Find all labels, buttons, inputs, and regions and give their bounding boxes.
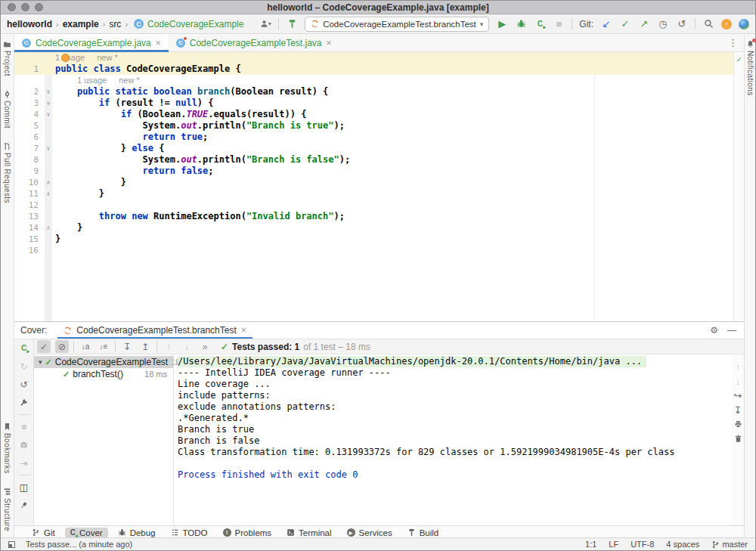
- toolwindow-debug[interactable]: Debug: [113, 528, 161, 538]
- settings-gear-icon[interactable]: ⚙: [710, 325, 718, 336]
- sidebar-item-commit[interactable]: Commit: [3, 90, 11, 128]
- ide-window: helloworld – CodeCoverageExample.java [e…: [0, 0, 756, 551]
- layout-settings-icon[interactable]: ◫: [17, 481, 31, 494]
- tab-overflow-menu-icon[interactable]: ⋮: [722, 34, 744, 51]
- gutter-row: 3∨: [14, 98, 52, 109]
- run-console[interactable]: /Users/lee/Library/Java/JavaVirtualMachi…: [173, 354, 732, 525]
- git-update-button[interactable]: ↙: [600, 17, 612, 31]
- breadcrumb-item-class[interactable]: CodeCoverageExample: [147, 19, 243, 29]
- import-test-results-icon[interactable]: ⇥: [17, 457, 31, 469]
- toolwindow-git[interactable]: Git: [26, 528, 60, 538]
- thread-dump-camera-icon[interactable]: [17, 438, 31, 451]
- fold-marker-icon[interactable]: ∧: [45, 177, 52, 188]
- sort-by-duration-icon[interactable]: ↓≡: [97, 340, 110, 353]
- breadcrumb-item-module[interactable]: example: [63, 19, 99, 29]
- up-the-stack-trace-icon[interactable]: ↑: [732, 362, 744, 372]
- fold-marker-icon[interactable]: ∧: [45, 222, 52, 234]
- sidebar-item-bookmarks[interactable]: Bookmarks: [3, 423, 11, 474]
- test-tree-row[interactable]: ▾✓CodeCoverageExampleTest18ms: [34, 356, 173, 368]
- tab-codecoverageexample[interactable]: C CodeCoverageExample.java ×: [14, 34, 169, 51]
- run-configuration-select[interactable]: CodeCoverageExampleTest.branchTest ▾: [305, 17, 489, 32]
- caret-position[interactable]: 1:1: [585, 540, 596, 549]
- build-hammer-button[interactable]: [286, 17, 298, 31]
- close-tab-icon[interactable]: ×: [156, 38, 161, 48]
- git-push-button[interactable]: ↗: [638, 17, 650, 31]
- sidebar-item-project[interactable]: Project: [3, 40, 11, 76]
- soft-wrap-icon[interactable]: ↪: [732, 391, 744, 401]
- rerun-coverage-button[interactable]: C: [17, 342, 31, 354]
- collapse-all-icon[interactable]: ↥: [138, 340, 152, 353]
- toggle-auto-test-icon[interactable]: ↺: [17, 378, 31, 391]
- breadcrumb-item-project[interactable]: helloworld: [7, 19, 52, 29]
- test-tree[interactable]: ▾✓CodeCoverageExampleTest18ms✓branchTest…: [34, 354, 173, 525]
- stop-process-icon[interactable]: ■: [17, 420, 31, 433]
- sidebar-item-notifications[interactable]: Notifications: [746, 40, 754, 96]
- minimize-panel-icon[interactable]: —: [727, 325, 736, 336]
- fold-marker-icon[interactable]: ∨: [45, 98, 52, 109]
- git-commit-button[interactable]: ✓: [619, 17, 631, 31]
- test-passed-icon: ✓: [45, 358, 52, 367]
- more-actions-icon[interactable]: »: [198, 340, 212, 353]
- update-available-icon[interactable]: ↑: [721, 19, 732, 29]
- tree-chevron-icon[interactable]: ▾: [39, 358, 42, 366]
- fold-marker-icon[interactable]: ∨: [45, 143, 52, 154]
- line-number: 15: [14, 234, 45, 244]
- git-rollback-button[interactable]: ↺: [676, 17, 688, 31]
- close-tab-icon[interactable]: ×: [327, 38, 332, 48]
- file-encoding[interactable]: UTF-8: [631, 540, 654, 549]
- code-editor[interactable]: 12∨3∨4∨567∨8910∧11∧121314∧1516 1 usagene…: [14, 52, 744, 321]
- previous-occurrence-icon[interactable]: ↑: [162, 340, 175, 353]
- scroll-to-end-icon[interactable]: ↧: [732, 405, 744, 415]
- toolwindow-terminal[interactable]: Terminal: [281, 528, 336, 538]
- breadcrumb-item-src[interactable]: src: [109, 19, 121, 29]
- toolwindow-services[interactable]: ▶ Services: [342, 528, 398, 538]
- tab-codecoverageexampletest[interactable]: C CodeCoverageExampleTest.java ×: [169, 34, 339, 51]
- show-passed-icon[interactable]: ✓: [37, 340, 51, 353]
- toolwindow-problems[interactable]: ! Problems: [218, 528, 277, 538]
- toolwindow-build[interactable]: Build: [402, 528, 445, 538]
- line-separator[interactable]: LF: [609, 540, 618, 549]
- git-history-button[interactable]: ◷: [657, 17, 669, 31]
- editor-scrollbar-column[interactable]: ✓: [733, 52, 744, 321]
- close-tab-icon[interactable]: ×: [241, 325, 246, 336]
- inspections-ok-icon[interactable]: ✓: [736, 54, 742, 64]
- vcs-status-hint[interactable]: new *: [97, 52, 118, 63]
- status-message[interactable]: Tests passe... (a minute ago): [26, 540, 132, 549]
- stop-button[interactable]: ■: [553, 17, 565, 31]
- next-occurrence-icon[interactable]: ↓: [180, 340, 194, 353]
- code-line: [52, 200, 733, 211]
- test-tree-row[interactable]: ✓branchTest()18 ms: [34, 368, 173, 380]
- vcs-status-hint[interactable]: new *: [119, 75, 140, 86]
- clear-all-icon[interactable]: [732, 434, 744, 444]
- gutter-row: 8: [14, 154, 52, 166]
- git-branch-widget[interactable]: master: [711, 540, 748, 549]
- sidebar-item-structure[interactable]: Structure: [3, 488, 11, 531]
- debug-button[interactable]: [515, 17, 527, 31]
- rerun-failed-tests-icon[interactable]: ↻: [17, 360, 31, 373]
- toolwindow-todo[interactable]: TODO: [166, 528, 213, 538]
- expand-all-icon[interactable]: ↧: [120, 340, 134, 353]
- sidebar-item-pull-requests[interactable]: Pull Requests: [3, 142, 11, 203]
- show-ignored-icon[interactable]: ⊘: [55, 340, 69, 353]
- indent-style[interactable]: 4 spaces: [666, 540, 699, 549]
- pin-tab-icon[interactable]: [17, 499, 31, 512]
- fold-marker-icon[interactable]: ∧: [45, 188, 52, 200]
- fold-marker-icon[interactable]: ∨: [45, 86, 52, 98]
- cover-tab[interactable]: CodeCoverageExampleTest.branchTest ×: [57, 322, 252, 339]
- sort-alphabetically-icon[interactable]: ↓a: [79, 340, 92, 353]
- toolwindow-toggle-icon[interactable]: [8, 541, 15, 548]
- print-icon[interactable]: [732, 419, 744, 429]
- intention-bulb-icon[interactable]: [61, 54, 70, 62]
- code-with-me-icon[interactable]: [739, 19, 749, 29]
- down-the-stack-trace-icon[interactable]: ↓: [732, 376, 744, 386]
- test-settings-wrench-icon[interactable]: [17, 396, 31, 409]
- usages-hint[interactable]: 1 usage: [77, 75, 107, 86]
- toolwindow-cover[interactable]: C Cover: [65, 528, 108, 538]
- code-pane[interactable]: 1 usagenew *public class CodeCoverageExa…: [52, 52, 733, 321]
- run-with-coverage-button[interactable]: C: [534, 17, 546, 31]
- usages-hint[interactable]: 1 usage: [55, 52, 85, 63]
- search-everywhere-button[interactable]: [702, 17, 714, 31]
- run-button[interactable]: ▶: [496, 17, 508, 31]
- fold-marker-icon[interactable]: ∨: [45, 109, 52, 120]
- profile-dropdown-button[interactable]: ▾: [259, 17, 271, 31]
